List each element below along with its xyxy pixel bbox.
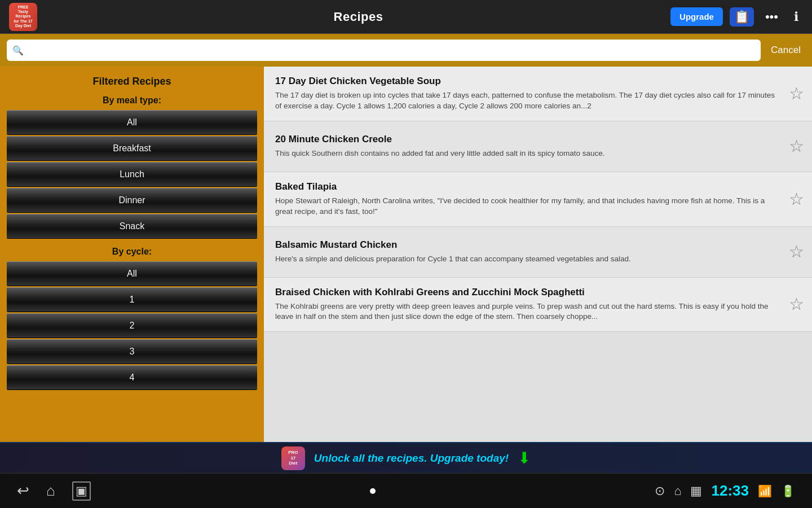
recipe-item: Braised Chicken with Kohlrabi Greens and… — [264, 278, 812, 332]
recipe-desc: Hope Stewart of Raleigh, North Carolina … — [275, 196, 778, 217]
home-button[interactable]: ⌂ — [46, 481, 55, 501]
meal-type-label: By meal type: — [7, 95, 257, 106]
recent-apps-button[interactable]: ▣ — [72, 481, 91, 501]
recipe-item: Baked Tilapia Hope Stewart of Raleigh, N… — [264, 172, 812, 227]
wifi-icon: 📶 — [758, 484, 772, 498]
target-icon[interactable]: ⊙ — [655, 484, 665, 498]
right-panel: 17 Day Diet Chicken Vegetable Soup The 1… — [264, 67, 812, 442]
star-button[interactable]: ☆ — [789, 296, 804, 313]
search-icon: 🔍 — [12, 45, 24, 56]
dot-indicator — [370, 488, 376, 494]
recipe-title: Braised Chicken with Kohlrabi Greens and… — [275, 287, 778, 298]
meal-type-lunch-button[interactable]: Lunch — [7, 162, 257, 187]
home-icon-2[interactable]: ⌂ — [674, 484, 681, 498]
star-button[interactable]: ☆ — [789, 138, 804, 155]
battery-icon: 🔋 — [781, 484, 795, 498]
recipe-title: Balsamic Mustard Chicken — [275, 239, 778, 251]
cycle-3-button[interactable]: 3 — [7, 339, 257, 364]
app-logo: FREE Tasty Recipes for The 17 Day Diet — [9, 3, 37, 31]
top-bar: FREE Tasty Recipes for The 17 Day Diet R… — [0, 0, 812, 34]
meal-type-all-button[interactable]: All — [7, 110, 257, 135]
ad-arrow-icon: ⬇ — [518, 449, 531, 467]
recipe-title: 20 Minute Chicken Creole — [275, 134, 778, 145]
recipe-desc: Here's a simple and delicious preparatio… — [275, 254, 778, 265]
recipe-desc: This quick Southern dish contains no add… — [275, 148, 778, 159]
ad-banner: PRO 17 Diet Unlock all the recipes. Upgr… — [0, 442, 812, 473]
recipe-item: 17 Day Diet Chicken Vegetable Soup The 1… — [264, 67, 812, 121]
notebook-button[interactable]: 📋 — [730, 7, 754, 27]
page-title: Recipes — [46, 10, 670, 24]
info-button[interactable]: ℹ — [789, 7, 803, 27]
star-button[interactable]: ☆ — [789, 191, 804, 208]
left-panel: Filtered Recipes By meal type: All Break… — [0, 67, 264, 442]
star-button[interactable]: ☆ — [789, 85, 804, 102]
bottom-center — [370, 488, 376, 494]
meal-type-snack-button[interactable]: Snack — [7, 214, 257, 239]
search-input[interactable] — [27, 45, 755, 55]
more-button[interactable]: ••• — [761, 7, 783, 27]
search-bar: 🔍 Cancel — [0, 34, 812, 67]
back-button[interactable]: ↩ — [17, 481, 29, 501]
recipe-desc: The 17 day diet is broken up into cycles… — [275, 90, 778, 112]
cycle-all-button[interactable]: All — [7, 261, 257, 286]
grid-icon[interactable]: ▦ — [690, 484, 702, 498]
time-display: 12:33 — [711, 482, 749, 500]
star-button[interactable]: ☆ — [789, 243, 804, 260]
cycle-4-button[interactable]: 4 — [7, 365, 257, 390]
cancel-button[interactable]: Cancel — [766, 42, 805, 58]
recipe-title: Baked Tilapia — [275, 181, 778, 192]
bottom-bar: ↩ ⌂ ▣ ⊙ ⌂ ▦ 12:33 📶 🔋 — [0, 473, 812, 508]
filtered-recipes-title: Filtered Recipes — [7, 76, 257, 87]
bottom-left-actions: ↩ ⌂ ▣ — [17, 481, 91, 501]
meal-type-dinner-button[interactable]: Dinner — [7, 188, 257, 213]
bottom-right-actions: ⊙ ⌂ ▦ 12:33 📶 🔋 — [655, 482, 795, 500]
upgrade-button[interactable]: Upgrade — [670, 7, 723, 26]
top-bar-actions: Upgrade 📋 ••• ℹ — [670, 7, 803, 27]
recipe-title: 17 Day Diet Chicken Vegetable Soup — [275, 76, 778, 87]
ad-icon: PRO 17 Diet — [281, 446, 305, 470]
main-content: Filtered Recipes By meal type: All Break… — [0, 67, 812, 442]
ad-text: Unlock all the recipes. Upgrade today! — [314, 452, 509, 465]
cycle-1-button[interactable]: 1 — [7, 287, 257, 312]
search-input-wrap: 🔍 — [7, 40, 761, 61]
recipe-item: Balsamic Mustard Chicken Here's a simple… — [264, 227, 812, 278]
meal-type-breakfast-button[interactable]: Breakfast — [7, 136, 257, 161]
cycle-2-button[interactable]: 2 — [7, 313, 257, 338]
cycle-label: By cycle: — [7, 247, 257, 257]
recipe-item: 20 Minute Chicken Creole This quick Sout… — [264, 121, 812, 172]
recipe-desc: The Kohlrabi greens are very pretty with… — [275, 301, 778, 323]
